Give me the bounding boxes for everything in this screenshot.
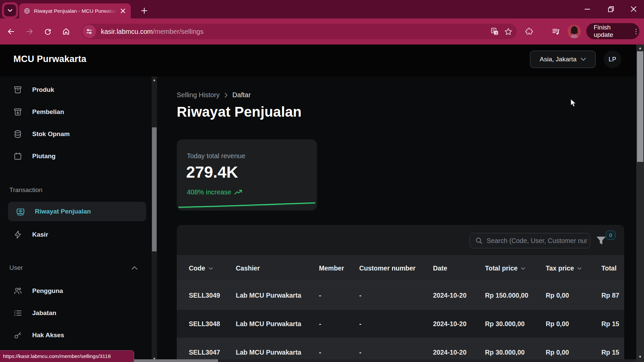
main-content: Selling History Daftar Riwayat Penjualan… (161, 76, 644, 362)
plus-icon (141, 8, 147, 14)
sidebar-scrollbar[interactable]: ▲ ▼ (152, 76, 157, 362)
star-icon (504, 27, 513, 36)
back-button[interactable] (4, 24, 18, 39)
sidebar-scrollbar-thumb[interactable] (152, 127, 157, 251)
cell-cashier: Lab MCU Purwakarta (236, 338, 301, 362)
search-box[interactable] (470, 233, 590, 248)
brand-title: MCU Purwakarta (13, 54, 86, 64)
extensions-button[interactable] (522, 24, 537, 39)
column-header-total[interactable]: Total (601, 255, 616, 281)
cell-member: - (319, 281, 321, 310)
sidebar-item-label: Pembelian (32, 108, 64, 116)
finish-update-button[interactable]: Finish update ⋮ (586, 23, 639, 39)
cell-total: Rp 87 (601, 281, 619, 310)
column-header-date[interactable]: Date (433, 255, 447, 281)
column-header-member[interactable]: Member (319, 255, 344, 281)
sidebar-item-pembelian[interactable]: Pembelian (5, 103, 146, 121)
sort-icon (209, 267, 213, 270)
address-bar[interactable]: kasir.labmcu.com/member/sellings G文 (82, 24, 517, 39)
database-icon (13, 130, 22, 138)
column-header-tax-price[interactable]: Tax price (546, 255, 582, 281)
table-body: SELL3049 Lab MCU Purwakarta - - 2024-10-… (177, 281, 624, 362)
home-button[interactable] (59, 24, 73, 39)
close-icon (631, 6, 636, 12)
user-avatar[interactable]: LP (604, 51, 621, 68)
table-toolbar: 0 (177, 225, 624, 255)
list-icon (13, 309, 22, 317)
cell-customer-number: - (359, 338, 362, 362)
queue-music-icon (552, 27, 560, 36)
chevron-up-icon[interactable] (131, 266, 138, 270)
column-header-cashier[interactable]: Cashier (236, 255, 260, 281)
sidebar-item-label: Pengguna (32, 287, 63, 295)
sidebar-item-kasir[interactable]: Kasir (5, 225, 146, 244)
cell-total-price: Rp 150.000,00 (485, 281, 528, 310)
translate-button[interactable]: G文 (488, 25, 501, 38)
scroll-up-icon[interactable]: ▲ (636, 46, 644, 50)
column-header-total-price[interactable]: Total price (485, 255, 525, 281)
table-row[interactable]: SELL3049 Lab MCU Purwakarta - - 2024-10-… (177, 281, 624, 310)
sidebar-item-hak-akses[interactable]: Hak Akses (5, 326, 146, 345)
users-icon (13, 287, 22, 295)
cell-date: 2024-10-20 (433, 338, 467, 362)
cell-tax-price: Rp 0,00 (546, 310, 569, 338)
scroll-up-icon[interactable]: ▲ (152, 78, 157, 82)
media-controls-button[interactable] (549, 24, 564, 39)
cell-tax-price: Rp 0,00 (546, 338, 569, 362)
breadcrumb-parent[interactable]: Selling History (177, 91, 220, 99)
new-tab-button[interactable] (138, 5, 150, 17)
sidebar-item-label: Jabatan (32, 309, 56, 317)
table-row[interactable]: SELL3047 Lab MCU Purwakarta - - 2024-10-… (177, 338, 624, 362)
trending-up-icon (234, 189, 243, 195)
funnel-icon (595, 235, 607, 247)
sidebar-item-jabatan[interactable]: Jabatan (5, 304, 146, 322)
key-icon (13, 331, 22, 340)
tab-title: Riwayat Penjualan - MCU Purwakarta (34, 8, 119, 14)
tab-close-icon[interactable] (119, 7, 127, 15)
forward-button[interactable] (22, 24, 37, 39)
calendar-icon (13, 152, 22, 161)
page-scrollbar-horizontal[interactable] (130, 359, 636, 362)
sidebar-item-stok-opnam[interactable]: Stok Opnam (5, 125, 146, 143)
page-scrollbar-thumb[interactable] (637, 51, 643, 162)
cell-total-price: Rp 30.000,00 (485, 310, 525, 338)
tabstrip-corner (2, 2, 18, 18)
url-text[interactable]: kasir.labmcu.com/member/sellings (101, 28, 204, 36)
bookmark-star-button[interactable] (501, 25, 515, 38)
tab-search-button[interactable] (4, 4, 16, 16)
browser-menu-icon[interactable]: ⋮ (633, 30, 639, 33)
cell-date: 2024-10-20 (433, 310, 467, 338)
reload-button[interactable] (40, 24, 55, 39)
cell-code: SELL3047 (189, 338, 220, 362)
site-info-button[interactable] (83, 25, 96, 38)
filter-button[interactable] (595, 235, 607, 247)
sidebar-item-label: Hak Akses (32, 331, 64, 339)
browser-tab[interactable]: Riwayat Penjualan - MCU Purwakarta (19, 3, 131, 18)
page-scrollbar-horizontal-thumb[interactable] (134, 359, 218, 362)
tune-icon (86, 28, 93, 35)
cell-code: SELL3049 (189, 281, 220, 310)
sidebar-item-pengguna[interactable]: Pengguna (5, 282, 146, 300)
page-scrollbar-vertical[interactable]: ▲ ▼ (636, 45, 644, 362)
sidebar-item-produk[interactable]: Produk (5, 80, 146, 99)
svg-text:文: 文 (495, 32, 498, 35)
timezone-select[interactable]: Asia, Jakarta (530, 51, 596, 68)
sort-icon (521, 267, 525, 270)
browser-profile-avatar[interactable] (568, 25, 581, 38)
sort-icon (577, 267, 582, 270)
window-restore-button[interactable] (603, 3, 619, 15)
sidebar-section-user: User (9, 264, 23, 272)
column-header-code[interactable]: Code (189, 255, 213, 281)
breadcrumb: Selling History Daftar (177, 91, 251, 99)
scroll-down-icon[interactable]: ▼ (636, 355, 644, 359)
column-header-customer-number[interactable]: Customer number (359, 255, 416, 281)
sidebar-item-piutang[interactable]: Piutang (5, 147, 146, 166)
revenue-change-text: 408% increase (187, 188, 231, 196)
sales-table-panel: 0 Code Cashier Member Customer number Da… (177, 225, 624, 362)
sidebar-item-riwayat-penjualan[interactable]: Riwayat Penjualan (8, 202, 146, 221)
url-path: /member/sellings (153, 28, 204, 35)
table-row[interactable]: SELL3048 Lab MCU Purwakarta - - 2024-10-… (177, 310, 624, 338)
search-input[interactable] (487, 237, 587, 245)
window-close-button[interactable] (626, 3, 641, 15)
window-minimize-button[interactable] (580, 3, 595, 15)
